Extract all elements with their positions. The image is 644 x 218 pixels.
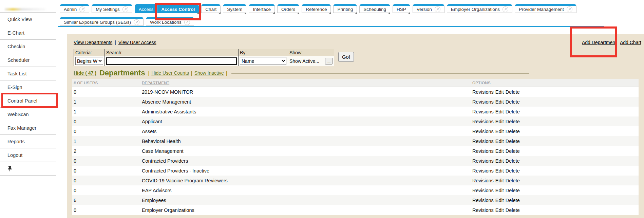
table-header-row: # OF USERS DEPARTMENT OPTIONS [72, 79, 639, 87]
revisions-link[interactable]: Revisions [472, 139, 494, 144]
show-options-button[interactable]: ... [325, 58, 333, 65]
options-column-header: OPTIONS [472, 81, 639, 85]
user-count-cell: 6 [72, 198, 142, 203]
sidebar-item-label: WebScan [7, 112, 29, 117]
delete-link[interactable]: Delete [506, 109, 520, 114]
open-in-new-icon[interactable]: ↗ [122, 6, 128, 12]
tab-reference[interactable]: Reference [302, 4, 331, 13]
sidebar-item-webscan[interactable]: WebScan [0, 108, 56, 121]
options-cell: RevisionsEditDelete [472, 139, 639, 144]
edit-link[interactable]: Edit [495, 89, 504, 95]
sidebar-item-scheduler[interactable]: Scheduler [0, 53, 56, 67]
revisions-link[interactable]: Revisions [472, 207, 494, 213]
delete-link[interactable]: Delete [506, 148, 520, 154]
edit-link[interactable]: Edit [495, 99, 504, 105]
sidebar-item-e-sign[interactable]: E-Sign [0, 80, 56, 94]
edit-link[interactable]: Edit [495, 119, 504, 124]
edit-link[interactable]: Edit [495, 198, 504, 203]
tab-employer-organizations[interactable]: Employer Organizations↗ [447, 4, 512, 13]
tab-access-control[interactable]: Access Control [157, 4, 199, 13]
departments-table: # OF USERS DEPARTMENT OPTIONS 02019-NCOV… [72, 79, 639, 215]
tab-work-locations[interactable]: Work Locations↗ [146, 17, 194, 26]
tab-version[interactable]: Version↗ [413, 4, 444, 13]
revisions-link[interactable]: Revisions [472, 148, 494, 154]
edit-link[interactable]: Edit [495, 207, 504, 213]
toolbar-links-row: View Departments | View User Access Add … [74, 40, 641, 45]
view-user-access-link[interactable]: View User Access [118, 40, 156, 45]
department-cell: Employer Organizations [142, 207, 472, 213]
go-button[interactable]: Go! [338, 52, 354, 62]
department-column-header[interactable]: DEPARTMENT [142, 81, 169, 85]
sidebar-pin-row[interactable] [0, 162, 56, 176]
tab-access[interactable]: Access [135, 4, 158, 13]
tab-printing[interactable]: Printing [333, 4, 357, 13]
sidebar-item-quick-view[interactable]: Quick View [0, 13, 56, 26]
open-in-new-icon[interactable]: ↗ [503, 6, 508, 12]
revisions-link[interactable]: Revisions [472, 109, 494, 114]
hide-user-counts-link[interactable]: Hide User Counts [151, 70, 189, 76]
tab-interface[interactable]: Interface [249, 4, 275, 13]
delete-link[interactable]: Delete [506, 99, 520, 105]
edit-link[interactable]: Edit [495, 178, 504, 183]
delete-link[interactable]: Delete [506, 129, 520, 134]
edit-link[interactable]: Edit [495, 148, 504, 154]
table-row: 0COVID-19 Vaccine Program ReviewersRevis… [72, 176, 639, 185]
revisions-link[interactable]: Revisions [472, 188, 494, 193]
tab-orders[interactable]: Orders [277, 4, 299, 13]
tab-scheduling[interactable]: Scheduling [359, 4, 390, 13]
open-in-new-icon[interactable]: ↗ [567, 6, 572, 12]
sidebar-item-task-list[interactable]: Task List [0, 67, 56, 80]
add-chart-link[interactable]: Add Chart [620, 40, 641, 45]
tab-hsp[interactable]: HSP [393, 4, 410, 13]
delete-link[interactable]: Delete [506, 119, 520, 124]
sidebar-item-reports[interactable]: Reports [0, 135, 56, 148]
view-departments-link[interactable]: View Departments [74, 40, 112, 45]
delete-link[interactable]: Delete [506, 158, 520, 164]
sidebar-item-control-panel[interactable]: Control Panel [0, 94, 56, 108]
sidebar-item-label: E-Sign [7, 85, 22, 90]
open-in-new-icon[interactable]: ↗ [184, 19, 190, 25]
edit-link[interactable]: Edit [495, 129, 504, 134]
revisions-link[interactable]: Revisions [472, 158, 494, 164]
tab-system[interactable]: System [223, 4, 246, 13]
delete-link[interactable]: Delete [506, 207, 520, 213]
sidebar-item-fax-manager[interactable]: Fax Manager [0, 121, 56, 135]
by-select[interactable]: Name [240, 57, 286, 65]
edit-link[interactable]: Edit [495, 139, 504, 144]
open-in-new-icon[interactable]: ↗ [134, 19, 139, 25]
revisions-link[interactable]: Revisions [472, 168, 494, 174]
add-department-link[interactable]: Add Department [582, 40, 617, 45]
criteria-select[interactable]: Begins With [75, 57, 103, 65]
tab-similar-exposure-groups-segs[interactable]: Similar Exposure Groups (SEGs)↗ [60, 17, 144, 26]
open-in-new-icon[interactable]: ↗ [435, 6, 440, 12]
edit-link[interactable]: Edit [495, 158, 504, 164]
tab-admin[interactable]: Admin↗ [60, 4, 89, 13]
delete-link[interactable]: Delete [506, 188, 520, 193]
edit-link[interactable]: Edit [495, 188, 504, 193]
search-input[interactable] [106, 57, 237, 65]
open-in-new-icon[interactable]: ↗ [79, 6, 85, 12]
revisions-link[interactable]: Revisions [472, 129, 494, 134]
show-inactive-link[interactable]: Show Inactive [194, 70, 224, 76]
tab-label: Provider Management [519, 7, 564, 12]
sidebar-item-logout[interactable]: Logout [0, 148, 56, 162]
hide-count-link[interactable]: Hide ( 47 ) [74, 70, 96, 76]
revisions-link[interactable]: Revisions [472, 198, 494, 203]
delete-link[interactable]: Delete [506, 139, 520, 144]
sidebar-item-e-chart[interactable]: E-Chart [0, 26, 56, 40]
revisions-link[interactable]: Revisions [472, 119, 494, 124]
user-count-cell: 0 [72, 207, 142, 213]
delete-link[interactable]: Delete [506, 89, 520, 95]
edit-link[interactable]: Edit [495, 109, 504, 114]
delete-link[interactable]: Delete [506, 168, 520, 174]
tab-provider-management[interactable]: Provider Management↗ [515, 4, 576, 13]
revisions-link[interactable]: Revisions [472, 178, 494, 183]
revisions-link[interactable]: Revisions [472, 89, 494, 95]
delete-link[interactable]: Delete [506, 178, 520, 183]
edit-link[interactable]: Edit [495, 168, 504, 174]
sidebar-item-checkin[interactable]: Checkin [0, 40, 56, 53]
tab-my-settings[interactable]: My Settings↗ [92, 4, 132, 13]
revisions-link[interactable]: Revisions [472, 99, 494, 105]
tab-chart[interactable]: Chart [201, 4, 221, 13]
delete-link[interactable]: Delete [506, 198, 520, 203]
